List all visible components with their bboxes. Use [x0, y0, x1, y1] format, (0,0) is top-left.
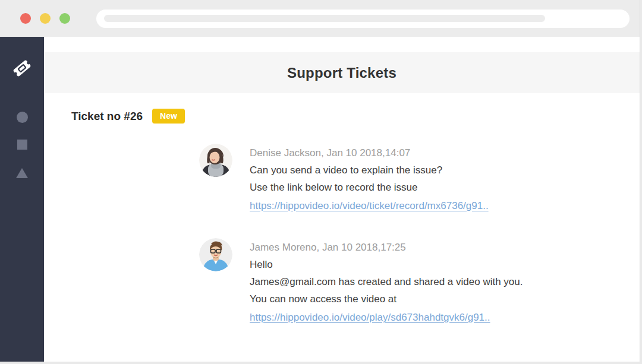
ticket-number-label: Ticket no #26 — [71, 110, 143, 123]
maximize-window-button[interactable] — [59, 13, 70, 24]
sidebar-item-square[interactable] — [17, 140, 27, 150]
url-bar[interactable] — [96, 10, 630, 28]
message-text-line: Use the link below to record the issue — [250, 179, 489, 196]
browser-window: Support Tickets Ticket no #26 New — [0, 0, 640, 362]
url-placeholder-bar — [104, 15, 545, 22]
message-item: Denise Jackson, Jan 10 2018,14:07 Can yo… — [199, 144, 640, 213]
message-item: James Moreno, Jan 10 2018,17:25 Hello Ja… — [199, 238, 640, 325]
body-row: Support Tickets Ticket no #26 New — [0, 37, 640, 362]
sidebar-item-triangle[interactable] — [16, 168, 28, 178]
james-moreno-avatar — [199, 238, 232, 271]
minimize-window-button[interactable] — [40, 13, 51, 24]
page-background: Support Tickets Ticket no #26 New — [0, 0, 642, 364]
record-video-link[interactable]: https://hippovideo.io/video/ticket/recor… — [250, 199, 489, 213]
page-title: Support Tickets — [287, 65, 396, 81]
square-icon — [17, 140, 27, 150]
play-video-link[interactable]: https://hippovideo.io/video/play/sd673ha… — [250, 311, 490, 325]
sidebar-item-tickets[interactable] — [12, 59, 32, 80]
main-content: Support Tickets Ticket no #26 New — [44, 37, 640, 362]
ticket-icon — [12, 58, 32, 81]
message-text-line: Hello — [250, 256, 523, 273]
message-text-line: James@gmail.com has created and shared a… — [250, 273, 523, 290]
message-body: James Moreno, Jan 10 2018,17:25 Hello Ja… — [250, 238, 523, 325]
close-window-button[interactable] — [20, 13, 31, 24]
denise-jackson-avatar — [199, 144, 232, 177]
sidebar-item-circle[interactable] — [17, 112, 28, 123]
message-text-line: You can now access the video at — [250, 290, 523, 308]
message-body: Denise Jackson, Jan 10 2018,14:07 Can yo… — [250, 144, 489, 213]
triangle-icon — [16, 168, 28, 178]
sidebar — [0, 37, 44, 362]
message-author-meta: Denise Jackson, Jan 10 2018,14:07 — [250, 144, 489, 162]
page-header: Support Tickets — [44, 52, 640, 93]
new-status-badge: New — [152, 109, 185, 124]
ticket-heading-row: Ticket no #26 New — [71, 109, 640, 124]
circle-icon — [17, 112, 28, 123]
message-text-line: Can you send a video to explain the issu… — [250, 162, 489, 179]
message-author-meta: James Moreno, Jan 10 2018,17:25 — [250, 239, 523, 256]
browser-titlebar — [0, 0, 640, 37]
